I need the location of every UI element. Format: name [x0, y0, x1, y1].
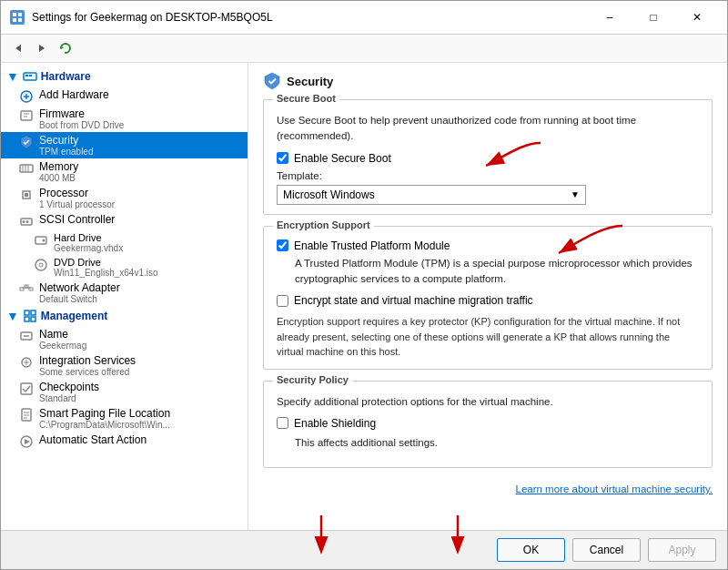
name-label: Name [39, 328, 86, 341]
integration-services-label: Integration Services [39, 354, 136, 367]
panel-security-icon [263, 72, 281, 90]
shielding-note: This affects additional settings. [295, 435, 699, 451]
hardware-label: Hardware [41, 70, 91, 83]
refresh-button[interactable] [56, 38, 76, 58]
processor-label: Processor [39, 187, 115, 199]
svg-rect-9 [29, 75, 32, 76]
cancel-button[interactable]: Cancel [572, 538, 641, 562]
enable-shielding-label[interactable]: Enable Shielding [294, 417, 376, 430]
sidebar-item-processor[interactable]: Processor 1 Virtual processor [1, 185, 248, 211]
integration-icon [19, 355, 34, 370]
dvd-icon [34, 258, 48, 272]
sidebar-item-auto-start[interactable]: Automatic Start Action [1, 432, 248, 451]
firmware-sub: Boot from DVD Drive [39, 120, 124, 130]
svg-rect-44 [21, 383, 32, 394]
auto-start-label: Automatic Start Action [39, 433, 147, 446]
svg-point-24 [26, 220, 29, 223]
enable-secure-boot-label[interactable]: Enable Secure Boot [294, 152, 391, 165]
svg-point-27 [35, 260, 46, 270]
close-button[interactable]: ✕ [676, 8, 718, 26]
tpm-description: A Trusted Platform Module (TPM) is a spe… [295, 256, 699, 288]
dvd-label: DVD Drive [54, 257, 158, 268]
paging-icon [19, 408, 34, 422]
svg-rect-38 [31, 317, 35, 321]
sidebar-item-firmware[interactable]: Firmware Boot from DVD Drive [1, 106, 248, 132]
hard-drive-icon [34, 233, 48, 248]
enable-tpm-label[interactable]: Enable Trusted Platform Module [294, 239, 450, 252]
minimize-button[interactable]: – [589, 8, 631, 26]
enable-secure-boot-checkbox[interactable] [277, 152, 288, 164]
bottom-bar: OK Cancel Apply [1, 530, 727, 569]
forward-button[interactable] [32, 38, 52, 58]
hard-drive-sub: Geekermag.vhdx [54, 243, 123, 253]
processor-sub: 1 Virtual processor [39, 199, 115, 209]
arrow-secure-boot [477, 138, 550, 175]
management-section-header[interactable]: ▼ Management [1, 306, 248, 326]
svg-rect-8 [25, 75, 28, 76]
secure-boot-title: Secure Boot [273, 93, 339, 104]
dropdown-arrow: ▼ [571, 189, 580, 199]
sidebar-item-name[interactable]: Name Geekermag [1, 326, 248, 352]
back-button[interactable] [8, 38, 28, 58]
name-sub: Geekermag [39, 341, 86, 351]
sidebar-item-network-adapter[interactable]: Network Adapter Default Switch [1, 280, 248, 306]
hardware-icon [23, 69, 37, 84]
arrow-apply [435, 511, 480, 556]
template-dropdown[interactable]: Microsoft Windows ▼ [277, 185, 586, 205]
checkpoints-label: Checkpoints [39, 381, 99, 393]
svg-rect-3 [18, 18, 22, 22]
integration-services-sub: Some services offered [39, 367, 136, 377]
toolbar [1, 35, 727, 63]
svg-marker-50 [25, 439, 30, 444]
sidebar: ▼ Hardware Add Hardware Firmware Boot fr… [1, 63, 248, 530]
svg-rect-1 [18, 13, 22, 16]
sidebar-item-security[interactable]: Security TPM enabled [1, 132, 248, 158]
sidebar-item-hard-drive[interactable]: Hard Drive Geekermag.vhdx [1, 230, 248, 255]
encrypt-traffic-checkbox[interactable] [277, 295, 288, 307]
hard-drive-label: Hard Drive [54, 232, 123, 243]
smart-paging-sub: C:\ProgramData\Microsoft\Win... [39, 420, 170, 430]
svg-marker-4 [15, 45, 21, 52]
svg-rect-37 [25, 317, 29, 321]
security-policy-section: Security Policy Specify additional prote… [263, 381, 713, 469]
learn-more-link[interactable]: Learn more about virtual machine securit… [516, 483, 713, 494]
apply-button[interactable]: Apply [648, 538, 716, 562]
security-policy-title: Security Policy [273, 374, 352, 385]
maximize-button[interactable]: □ [632, 8, 674, 26]
network-icon [19, 282, 34, 297]
encryption-note: Encryption support requires a key protec… [277, 314, 699, 360]
sidebar-item-checkpoints[interactable]: Checkpoints Standard [1, 379, 248, 405]
sidebar-item-dvd-drive[interactable]: DVD Drive Win11_English_x64v1.iso [1, 255, 248, 280]
sidebar-item-integration-services[interactable]: Integration Services Some services offer… [1, 352, 248, 379]
svg-rect-13 [21, 111, 32, 120]
encrypt-traffic-label[interactable]: Encrypt state and virtual machine migrat… [294, 294, 533, 307]
firmware-icon [19, 108, 34, 123]
scsi-label: SCSI Controller [39, 213, 115, 226]
sidebar-item-scsi[interactable]: SCSI Controller [1, 211, 248, 230]
memory-icon [19, 161, 34, 176]
security-policy-description: Specify additional protection options fo… [277, 394, 699, 410]
name-icon [19, 329, 34, 343]
scsi-icon [19, 214, 34, 229]
hardware-section-header[interactable]: ▼ Hardware [1, 66, 248, 87]
sidebar-item-add-hardware[interactable]: Add Hardware [1, 87, 248, 106]
autostart-icon [19, 434, 34, 449]
add-hardware-label: Add Hardware [39, 88, 109, 101]
ok-button[interactable]: OK [497, 538, 565, 562]
svg-rect-21 [25, 193, 28, 197]
window-icon [10, 10, 25, 25]
sidebar-item-memory[interactable]: Memory 4000 MB [1, 158, 248, 185]
enable-tpm-checkbox[interactable] [277, 239, 288, 251]
security-label: Security [39, 134, 93, 147]
network-adapter-label: Network Adapter [39, 281, 120, 294]
enable-shielding-checkbox[interactable] [277, 417, 288, 429]
memory-sub: 4000 MB [39, 173, 78, 183]
memory-label: Memory [39, 160, 78, 173]
arrow-tpm [550, 221, 632, 262]
sidebar-item-smart-paging[interactable]: Smart Paging File Location C:\ProgramDat… [1, 405, 248, 432]
encryption-title: Encryption Support [273, 219, 374, 230]
window-controls: – □ ✕ [589, 8, 718, 26]
secure-boot-section: Secure Boot Use Secure Boot to help prev… [263, 99, 713, 215]
checkpoints-sub: Standard [39, 393, 99, 403]
svg-point-26 [43, 239, 46, 242]
